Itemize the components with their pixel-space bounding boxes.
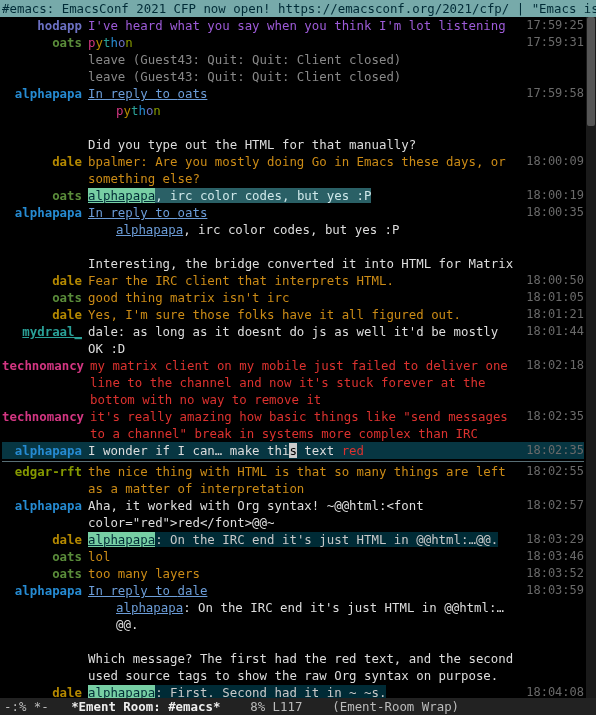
chat-row: alphapapaAha, it worked with Org syntax!…	[2, 497, 584, 531]
message-body: too many layers	[88, 565, 584, 582]
message-body: leave (Guest43: Quit: Quit: Client close…	[88, 68, 584, 85]
timestamp: 18:00:19	[526, 187, 584, 204]
chat-row: alphapapa, irc color codes, but yes :P	[2, 221, 584, 238]
message-body: alphapapa: On the IRC end it's just HTML…	[88, 599, 584, 633]
message-body: alphapapa: First. Second had it in ~ ~s.	[88, 684, 584, 698]
timestamp: 18:01:05	[526, 289, 584, 306]
message-separator	[2, 461, 584, 462]
chat-row: alphapapa: On the IRC end it's just HTML…	[2, 599, 584, 633]
chat-row: leave (Guest43: Quit: Quit: Client close…	[2, 68, 584, 85]
message-body: python	[88, 102, 584, 119]
chat-row: python	[2, 102, 584, 119]
reply-link[interactable]: oats	[178, 86, 208, 101]
nick-label: hodapp	[2, 17, 88, 34]
chat-row: dalealphapapa: First. Second had it in ~…	[2, 684, 584, 698]
timestamp: 18:03:46	[526, 548, 584, 565]
message-body: alphapapa, irc color codes, but yes :P	[88, 221, 584, 238]
timestamp: 18:00:50	[526, 272, 584, 289]
chat-row: alphapapaIn reply to oats17:59:58	[2, 85, 584, 102]
reply-link[interactable]: alphapapa	[116, 222, 183, 237]
nick-label: dale	[2, 531, 88, 548]
chat-row: leave (Guest43: Quit: Quit: Client close…	[2, 51, 584, 68]
message-body: Yes, I'm sure those folks have it all fi…	[88, 306, 584, 323]
timestamp: 18:03:59	[526, 582, 584, 599]
nick-label: alphapapa	[2, 204, 88, 221]
message-body: In reply to dale	[88, 582, 584, 599]
modeline-buffer: *Ement Room: #emacs*	[71, 699, 220, 714]
chat-row: oatslol18:03:46	[2, 548, 584, 565]
message-body: alphapapa, irc color codes, but yes :P	[88, 187, 584, 204]
message-body: python	[88, 34, 584, 51]
nick-label: mydraal_	[2, 323, 88, 340]
mode-line: -:% *- *Ement Room: #emacs* 8% L117 (Eme…	[0, 698, 596, 715]
timestamp: 17:59:58	[526, 85, 584, 102]
timestamp: 18:00:09	[526, 153, 584, 170]
nick-label: oats	[2, 565, 88, 582]
chat-row: oatspython17:59:31	[2, 34, 584, 51]
message-body: bpalmer: Are you mostly doing Go in Emac…	[88, 153, 584, 187]
rainbow-text: python	[88, 35, 133, 50]
timestamp: 18:01:44	[526, 323, 584, 340]
timestamp: 18:02:35	[526, 408, 584, 425]
reply-link[interactable]: In reply to	[88, 583, 178, 598]
chat-row: alphapapaIn reply to oats18:00:35	[2, 204, 584, 221]
chat-row: hodappI've heard what you say when you t…	[2, 17, 584, 34]
message-body: In reply to oats	[88, 204, 584, 221]
timestamp: 17:59:31	[526, 34, 584, 51]
message-body: leave (Guest43: Quit: Quit: Client close…	[88, 51, 584, 68]
chat-row: technomancyit's really amazing how basic…	[2, 408, 584, 442]
timestamp: 18:01:21	[526, 306, 584, 323]
chat-row: Did you type out the HTML for that manua…	[2, 136, 584, 153]
timestamp: 18:02:55	[526, 463, 584, 480]
message-body: dale: as long as it doesnt do js as well…	[88, 323, 584, 357]
nick-label: dale	[2, 272, 88, 289]
nick-label: oats	[2, 289, 88, 306]
nick-label: alphapapa	[2, 582, 88, 599]
nick-label: alphapapa	[2, 442, 88, 459]
chat-row: oatsalphapapa, irc color codes, but yes …	[2, 187, 584, 204]
chat-row: Interesting, the bridge converted it int…	[2, 255, 584, 272]
nick-label: alphapapa	[2, 497, 88, 514]
chat-row: technomancymy matrix client on my mobile…	[2, 357, 584, 408]
message-body: lol	[88, 548, 584, 565]
chat-row: Which message? The first had the red tex…	[2, 650, 584, 684]
timestamp: 18:02:18	[526, 357, 584, 374]
rainbow-text: python	[116, 103, 161, 118]
message-body: In reply to oats	[88, 85, 584, 102]
channel-topic: #emacs: EmacsConf 2021 CFP now open! htt…	[0, 0, 596, 17]
scrollbar-thumb[interactable]	[587, 17, 595, 126]
timestamp: 18:03:29	[526, 531, 584, 548]
nick-label: oats	[2, 548, 88, 565]
reply-link[interactable]: oats	[178, 205, 208, 220]
nick-label: technomancy	[2, 357, 90, 374]
chat-row: dalealphapapa: On the IRC end it's just …	[2, 531, 584, 548]
reply-link[interactable]: alphapapa	[116, 600, 183, 615]
modeline-mode: (Ement-Room Wrap)	[332, 699, 459, 714]
message-body: it's really amazing how basic things lik…	[90, 408, 584, 442]
chat-row: mydraal_dale: as long as it doesnt do js…	[2, 323, 584, 357]
chat-row: daleFear the IRC client that interprets …	[2, 272, 584, 289]
chat-row: oatstoo many layers18:03:52	[2, 565, 584, 582]
message-body: Did you type out the HTML for that manua…	[88, 136, 584, 153]
chat-log[interactable]: hodappI've heard what you say when you t…	[0, 17, 586, 698]
nick-label: edgar-rft	[2, 463, 88, 480]
timestamp: 18:02:35	[526, 442, 584, 459]
message-body: Which message? The first had the red tex…	[88, 650, 584, 684]
message-body: the nice thing with HTML is that so many…	[88, 463, 584, 497]
nick-label: dale	[2, 684, 88, 698]
reply-link[interactable]: In reply to	[88, 86, 178, 101]
modeline-position: 8% L117	[250, 699, 302, 714]
message-body: my matrix client on my mobile just faile…	[90, 357, 584, 408]
nick-label: oats	[2, 187, 88, 204]
nick-label: alphapapa	[2, 85, 88, 102]
reply-link[interactable]: In reply to	[88, 205, 178, 220]
chat-row: alphapapaIn reply to dale18:03:59	[2, 582, 584, 599]
message-body: alphapapa: On the IRC end it's just HTML…	[88, 531, 584, 548]
chat-row: oatsgood thing matrix isn't irc18:01:05	[2, 289, 584, 306]
chat-row: alphapapaI wonder if I can… make this te…	[2, 442, 584, 459]
scrollbar-track[interactable]	[586, 17, 596, 698]
reply-link[interactable]: dale	[178, 583, 208, 598]
message-body: I've heard what you say when you think I…	[88, 17, 584, 34]
message-body: Interesting, the bridge converted it int…	[88, 255, 584, 272]
chat-row: daleYes, I'm sure those folks have it al…	[2, 306, 584, 323]
